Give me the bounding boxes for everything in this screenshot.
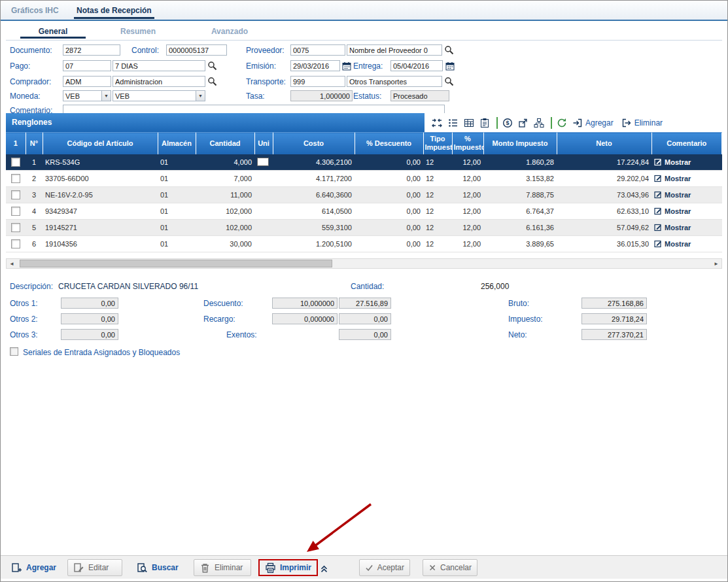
pago-search-button[interactable] (207, 60, 218, 71)
tab-general[interactable]: General (20, 25, 86, 39)
horizontal-scrollbar[interactable]: ◄ ► (6, 258, 722, 269)
col-header-costo[interactable]: Costo (273, 133, 355, 154)
emision-date-field[interactable] (290, 60, 340, 71)
tasa-field[interactable] (290, 90, 353, 101)
cell-pct-impuesto: 12,00 (452, 236, 483, 252)
otros1-field[interactable] (61, 298, 118, 309)
uni-input-box[interactable] (257, 158, 269, 166)
proveedor-name-field[interactable] (347, 44, 442, 56)
mostrar-link[interactable]: Mostrar (654, 240, 719, 248)
mostrar-link[interactable]: Mostrar (654, 191, 719, 199)
renglones-grid: 1 N° Código del Artículo Almacén Cantida… (6, 132, 722, 252)
transporte-name-field[interactable] (347, 76, 442, 87)
proveedor-search-button[interactable] (443, 44, 455, 56)
mostrar-link[interactable]: Mostrar (654, 207, 719, 215)
neto-total-field[interactable] (581, 329, 647, 340)
refresh-button[interactable] (557, 118, 567, 128)
control-field[interactable] (166, 44, 227, 56)
col-header-numero[interactable]: N° (26, 133, 43, 154)
col-header-comentario[interactable]: Comentario (651, 133, 722, 154)
entrega-calendar-button[interactable] (444, 60, 455, 71)
recargo-pct-field[interactable] (272, 313, 338, 324)
seriales-checkbox[interactable] (10, 347, 18, 356)
col-header-select[interactable]: 1 (6, 133, 26, 154)
col-header-descuento[interactable]: % Descuento (355, 133, 423, 154)
col-header-almacen[interactable]: Almacén (158, 133, 196, 154)
table-row[interactable]: 3 NE-16V-2.0-95 01 11,000 6.640,3600 0,0… (6, 187, 722, 203)
col-header-pct-impuesto[interactable]: % Impuesto (452, 133, 483, 154)
add-row-icon (572, 118, 583, 128)
currency-button[interactable]: $ (502, 118, 513, 128)
comprador-name-field[interactable] (113, 76, 205, 87)
row-checkbox[interactable] (11, 207, 20, 216)
mostrar-link[interactable]: Mostrar (654, 158, 719, 166)
export-button[interactable] (518, 118, 529, 128)
otros2-field[interactable] (61, 313, 118, 324)
col-header-monto-impuesto[interactable]: Monto Impuesto (483, 133, 557, 154)
mostrar-link[interactable]: Mostrar (654, 224, 719, 231)
tab-notas-de-recepcion[interactable]: Notas de Recepción (74, 2, 154, 19)
documento-field[interactable] (63, 44, 120, 56)
descuento-pct-field[interactable] (272, 298, 338, 309)
col-header-codigo[interactable]: Código del Artículo (43, 133, 158, 154)
bruto-field[interactable] (581, 298, 647, 309)
table-row[interactable]: 2 33705-66D00 01 7,000 4.171,7200 0,00 1… (6, 171, 722, 187)
entrega-date-field[interactable] (390, 60, 443, 71)
table-row[interactable]: 4 93429347 01 102,000 614,0500 0,00 12 1… (6, 203, 722, 220)
scrollbar-thumb[interactable] (20, 260, 332, 267)
eliminar-button[interactable]: Eliminar (194, 559, 251, 576)
row-checkbox[interactable] (11, 223, 20, 232)
scroll-right-arrow[interactable]: ► (711, 259, 721, 268)
exentos-field[interactable] (339, 329, 391, 340)
collapse-toolbar-button[interactable] (316, 559, 332, 576)
comprador-search-button[interactable] (207, 76, 218, 87)
pago-name-field[interactable] (113, 60, 205, 71)
delete-row-button[interactable]: Eliminar (621, 118, 663, 128)
totals-section: Descripción: CRUCETA CARDAN SILVERADO 96… (6, 281, 722, 362)
tab-avanzado[interactable]: Avanzado (197, 25, 262, 39)
imprimir-button[interactable]: Imprimir (258, 559, 318, 576)
col-header-tipo-impuesto[interactable]: Tipo Impuesto (423, 133, 452, 154)
share-button[interactable] (534, 118, 544, 128)
moneda-select-1[interactable]: VEB ▼ (63, 90, 111, 101)
edit-note-icon (654, 224, 662, 231)
col-header-neto[interactable]: Neto (557, 133, 651, 154)
edit-note-icon (654, 207, 662, 215)
row-checkbox[interactable] (11, 190, 20, 199)
pago-code-field[interactable] (63, 60, 111, 71)
scroll-left-arrow[interactable]: ◄ (7, 259, 17, 268)
agregar-button[interactable]: Agregar (6, 559, 61, 576)
table-row[interactable]: 5 19145271 01 102,000 559,3100 0,00 12 1… (6, 220, 722, 236)
recargo-monto-field[interactable] (339, 313, 391, 324)
transporte-code-field[interactable] (290, 76, 345, 87)
resize-columns-button[interactable] (431, 118, 443, 128)
tab-resumen[interactable]: Resumen (105, 25, 171, 39)
clipboard-button[interactable] (479, 118, 490, 128)
comprador-code-field[interactable] (63, 76, 111, 87)
row-checkbox[interactable] (11, 158, 20, 167)
descuento-monto-field[interactable] (339, 298, 391, 309)
pivot-grid-button[interactable] (464, 118, 474, 128)
mostrar-link[interactable]: Mostrar (654, 175, 719, 182)
editar-button[interactable]: Editar (67, 559, 122, 576)
emision-calendar-button[interactable] (341, 60, 352, 71)
transporte-search-button[interactable] (443, 76, 455, 87)
table-row[interactable]: 6 19104356 01 30,000 1.200,5100 0,00 12 … (6, 236, 722, 252)
moneda-select-2[interactable]: VEB ▼ (113, 90, 205, 101)
aceptar-button[interactable]: Aceptar (359, 559, 410, 576)
table-row[interactable]: 1 KRS-534G 01 4,000 4.306,2100 0,00 12 1… (6, 154, 722, 171)
tab-graficos-ihc[interactable]: Gráficos IHC (9, 2, 61, 19)
row-list-button[interactable] (448, 118, 459, 128)
impuesto-field[interactable] (581, 313, 647, 324)
col-header-uni[interactable]: Uni (254, 133, 273, 154)
row-checkbox[interactable] (11, 239, 20, 248)
col-header-cantidad[interactable]: Cantidad (196, 133, 254, 154)
cell-neto: 62.633,10 (557, 203, 651, 220)
add-row-button[interactable]: Agregar (572, 118, 614, 128)
row-checkbox[interactable] (11, 174, 20, 183)
buscar-button[interactable]: Buscar (131, 559, 184, 576)
estatus-field (390, 90, 449, 101)
proveedor-code-field[interactable] (290, 44, 345, 56)
otros3-field[interactable] (61, 329, 118, 340)
cancelar-button[interactable]: Cancelar (423, 559, 477, 576)
